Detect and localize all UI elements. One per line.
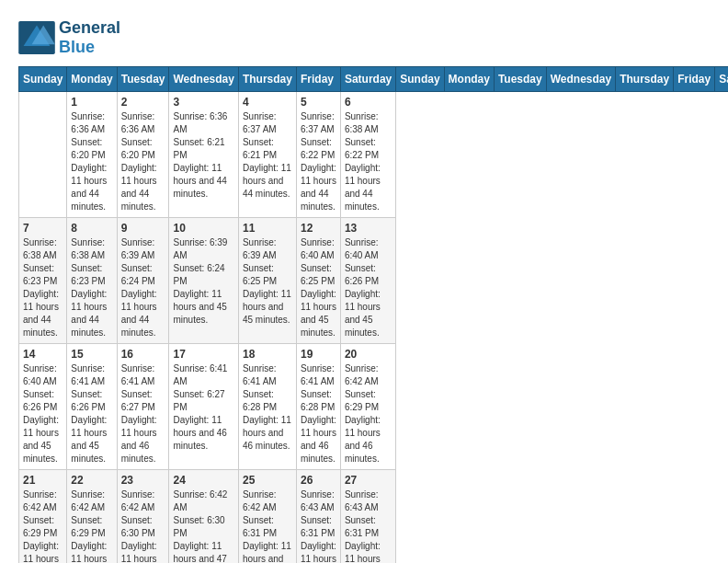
calendar-cell: 20Sunrise: 6:42 AMSunset: 6:29 PMDayligh… (340, 344, 395, 470)
day-info: Sunrise: 6:38 AMSunset: 6:22 PMDaylight:… (345, 110, 392, 213)
day-info: Sunrise: 6:42 AMSunset: 6:29 PMDaylight:… (23, 488, 63, 563)
calendar-cell: 8Sunrise: 6:38 AMSunset: 6:23 PMDaylight… (67, 218, 117, 344)
day-number: 13 (345, 222, 392, 235)
calendar-cell: 13Sunrise: 6:40 AMSunset: 6:26 PMDayligh… (340, 218, 395, 344)
calendar-week-2: 7Sunrise: 6:38 AMSunset: 6:23 PMDaylight… (19, 218, 729, 344)
day-info: Sunrise: 6:42 AMSunset: 6:30 PMDaylight:… (121, 488, 165, 563)
day-number: 22 (71, 474, 112, 487)
day-info: Sunrise: 6:36 AMSunset: 6:21 PMDaylight:… (173, 110, 233, 201)
day-number: 4 (243, 96, 292, 109)
day-info: Sunrise: 6:42 AMSunset: 6:29 PMDaylight:… (71, 488, 112, 563)
calendar-cell: 9Sunrise: 6:39 AMSunset: 6:24 PMDaylight… (117, 218, 169, 344)
day-number: 18 (243, 348, 292, 361)
calendar-cell: 5Sunrise: 6:37 AMSunset: 6:22 PMDaylight… (296, 92, 340, 218)
day-info: Sunrise: 6:36 AMSunset: 6:20 PMDaylight:… (71, 110, 112, 213)
calendar-cell: 15Sunrise: 6:41 AMSunset: 6:26 PMDayligh… (67, 344, 117, 470)
calendar-cell: 4Sunrise: 6:37 AMSunset: 6:21 PMDaylight… (238, 92, 296, 218)
day-number: 26 (301, 474, 336, 487)
calendar-cell: 1Sunrise: 6:36 AMSunset: 6:20 PMDaylight… (67, 92, 117, 218)
calendar-table: SundayMondayTuesdayWednesdayThursdayFrid… (18, 66, 728, 563)
day-info: Sunrise: 6:40 AMSunset: 6:26 PMDaylight:… (345, 236, 392, 339)
day-number: 1 (71, 96, 112, 109)
day-header-monday: Monday (444, 67, 494, 92)
day-number: 15 (71, 348, 112, 361)
day-number: 14 (23, 348, 63, 361)
day-header-tuesday: Tuesday (117, 67, 169, 92)
day-info: Sunrise: 6:39 AMSunset: 6:24 PMDaylight:… (173, 236, 233, 327)
day-header-thursday: Thursday (238, 67, 296, 92)
day-number: 24 (173, 474, 233, 487)
day-info: Sunrise: 6:39 AMSunset: 6:25 PMDaylight:… (243, 236, 292, 327)
calendar-cell: 17Sunrise: 6:41 AMSunset: 6:27 PMDayligh… (169, 344, 238, 470)
calendar-cell: 12Sunrise: 6:40 AMSunset: 6:25 PMDayligh… (296, 218, 340, 344)
day-info: Sunrise: 6:41 AMSunset: 6:28 PMDaylight:… (301, 362, 336, 465)
day-info: Sunrise: 6:42 AMSunset: 6:29 PMDaylight:… (345, 362, 392, 465)
day-header-wednesday: Wednesday (546, 67, 615, 92)
day-number: 20 (345, 348, 392, 361)
day-info: Sunrise: 6:36 AMSunset: 6:20 PMDaylight:… (121, 110, 165, 213)
day-header-tuesday: Tuesday (494, 67, 546, 92)
day-info: Sunrise: 6:41 AMSunset: 6:28 PMDaylight:… (243, 362, 292, 453)
day-number: 12 (301, 222, 336, 235)
day-number: 11 (243, 222, 292, 235)
logo-text: General Blue (59, 18, 120, 57)
day-info: Sunrise: 6:38 AMSunset: 6:23 PMDaylight:… (23, 236, 63, 339)
calendar-cell: 27Sunrise: 6:43 AMSunset: 6:31 PMDayligh… (340, 470, 395, 564)
day-info: Sunrise: 6:43 AMSunset: 6:31 PMDaylight:… (301, 488, 336, 563)
day-header-sunday: Sunday (396, 67, 444, 92)
day-info: Sunrise: 6:37 AMSunset: 6:21 PMDaylight:… (243, 110, 292, 201)
day-number: 5 (301, 96, 336, 109)
day-info: Sunrise: 6:41 AMSunset: 6:27 PMDaylight:… (173, 362, 233, 453)
day-number: 19 (301, 348, 336, 361)
calendar-cell: 22Sunrise: 6:42 AMSunset: 6:29 PMDayligh… (67, 470, 117, 564)
calendar-cell: 14Sunrise: 6:40 AMSunset: 6:26 PMDayligh… (19, 344, 67, 470)
day-number: 9 (121, 222, 165, 235)
calendar-week-3: 14Sunrise: 6:40 AMSunset: 6:26 PMDayligh… (19, 344, 729, 470)
day-header-sunday: Sunday (19, 67, 67, 92)
calendar-cell: 23Sunrise: 6:42 AMSunset: 6:30 PMDayligh… (117, 470, 169, 564)
calendar-cell: 11Sunrise: 6:39 AMSunset: 6:25 PMDayligh… (238, 218, 296, 344)
day-number: 16 (121, 348, 165, 361)
day-number: 25 (243, 474, 292, 487)
day-header-saturday: Saturday (340, 67, 395, 92)
day-header-wednesday: Wednesday (169, 67, 238, 92)
day-number: 21 (23, 474, 63, 487)
day-header-friday: Friday (674, 67, 715, 92)
day-info: Sunrise: 6:42 AMSunset: 6:30 PMDaylight:… (173, 488, 233, 563)
day-number: 27 (345, 474, 392, 487)
day-header-saturday: Saturday (715, 67, 728, 92)
day-info: Sunrise: 6:43 AMSunset: 6:31 PMDaylight:… (345, 488, 392, 563)
day-info: Sunrise: 6:40 AMSunset: 6:25 PMDaylight:… (301, 236, 336, 339)
day-number: 8 (71, 222, 112, 235)
day-number: 6 (345, 96, 392, 109)
calendar-cell: 21Sunrise: 6:42 AMSunset: 6:29 PMDayligh… (19, 470, 67, 564)
day-number: 3 (173, 96, 233, 109)
day-info: Sunrise: 6:42 AMSunset: 6:31 PMDaylight:… (243, 488, 292, 563)
calendar-cell: 25Sunrise: 6:42 AMSunset: 6:31 PMDayligh… (238, 470, 296, 564)
day-info: Sunrise: 6:37 AMSunset: 6:22 PMDaylight:… (301, 110, 336, 213)
day-number: 17 (173, 348, 233, 361)
calendar-cell: 18Sunrise: 6:41 AMSunset: 6:28 PMDayligh… (238, 344, 296, 470)
day-info: Sunrise: 6:38 AMSunset: 6:23 PMDaylight:… (71, 236, 112, 339)
day-header-monday: Monday (67, 67, 117, 92)
calendar-header-row: SundayMondayTuesdayWednesdayThursdayFrid… (19, 67, 729, 92)
page-header: General Blue (18, 18, 710, 57)
calendar-cell: 19Sunrise: 6:41 AMSunset: 6:28 PMDayligh… (296, 344, 340, 470)
calendar-week-1: 1Sunrise: 6:36 AMSunset: 6:20 PMDaylight… (19, 92, 729, 218)
calendar-cell: 26Sunrise: 6:43 AMSunset: 6:31 PMDayligh… (296, 470, 340, 564)
calendar-cell: 3Sunrise: 6:36 AMSunset: 6:21 PMDaylight… (169, 92, 238, 218)
day-header-friday: Friday (296, 67, 340, 92)
logo: General Blue (18, 18, 120, 57)
logo-icon (18, 21, 55, 54)
calendar-cell: 10Sunrise: 6:39 AMSunset: 6:24 PMDayligh… (169, 218, 238, 344)
day-number: 2 (121, 96, 165, 109)
calendar-week-4: 21Sunrise: 6:42 AMSunset: 6:29 PMDayligh… (19, 470, 729, 564)
day-info: Sunrise: 6:40 AMSunset: 6:26 PMDaylight:… (23, 362, 63, 465)
day-number: 23 (121, 474, 165, 487)
calendar-cell (19, 92, 67, 218)
day-info: Sunrise: 6:41 AMSunset: 6:26 PMDaylight:… (71, 362, 112, 465)
calendar-cell: 16Sunrise: 6:41 AMSunset: 6:27 PMDayligh… (117, 344, 169, 470)
calendar-cell: 7Sunrise: 6:38 AMSunset: 6:23 PMDaylight… (19, 218, 67, 344)
day-info: Sunrise: 6:41 AMSunset: 6:27 PMDaylight:… (121, 362, 165, 465)
day-number: 10 (173, 222, 233, 235)
